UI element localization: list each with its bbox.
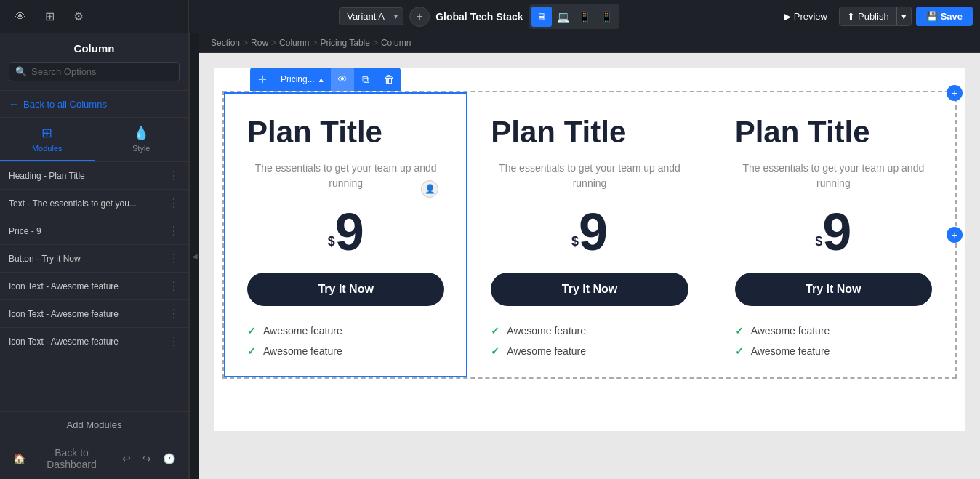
cta-button-1[interactable]: Try It Now bbox=[247, 273, 444, 306]
module-dots-icon[interactable]: ⋮ bbox=[168, 224, 180, 238]
breadcrumb-section[interactable]: Section bbox=[211, 38, 240, 48]
price-amount: 9 bbox=[579, 203, 608, 261]
module-dots-icon[interactable]: ⋮ bbox=[168, 307, 180, 321]
top-bar-right: ▶ Preview ⬆ Publish ▾ 💾 Save bbox=[769, 7, 980, 26]
sidebar: Column 🔍 ← Back to all Columns ⊞ Modules… bbox=[0, 33, 189, 479]
back-to-columns-link[interactable]: ← Back to all Columns bbox=[0, 91, 188, 118]
breadcrumb-column-last[interactable]: Column bbox=[381, 38, 411, 48]
variant-wrapper: Variant A bbox=[339, 7, 403, 25]
tab-modules[interactable]: ⊞ Modules bbox=[0, 118, 95, 161]
search-input[interactable] bbox=[31, 66, 173, 77]
module-dots-icon[interactable]: ⋮ bbox=[168, 334, 180, 348]
feature-item-3-1: ✓ Awesome feature bbox=[735, 321, 932, 341]
laptop-icon[interactable]: 💻 bbox=[553, 7, 574, 27]
breadcrumb-column[interactable]: Column bbox=[279, 38, 309, 48]
canvas: Section > Row > Column > Pricing Table >… bbox=[199, 33, 980, 479]
feature-item-2-2: ✓ Awesome feature bbox=[491, 341, 688, 361]
collapse-handle[interactable]: ◀ bbox=[189, 33, 199, 479]
eye-icon[interactable]: 👁 bbox=[7, 4, 33, 30]
module-item-text[interactable]: Text - The essentials to get you... ⋮ bbox=[0, 190, 188, 217]
check-icon: ✓ bbox=[491, 325, 499, 337]
add-modules-button[interactable]: Add Modules bbox=[0, 411, 188, 438]
plan-title-1: Plan Title bbox=[247, 116, 444, 149]
toolbar-label: Pricing... ▲ bbox=[275, 74, 331, 84]
back-arrow-icon: ← bbox=[9, 98, 19, 110]
main-content: Column 🔍 ← Back to all Columns ⊞ Modules… bbox=[0, 33, 980, 479]
breadcrumb-pricing-table[interactable]: Pricing Table bbox=[320, 38, 369, 48]
module-dots-icon[interactable]: ⋮ bbox=[168, 279, 180, 293]
modules-tab-icon: ⊞ bbox=[41, 125, 52, 141]
grid-icon[interactable]: ⊞ bbox=[36, 4, 63, 30]
save-button[interactable]: 💾 Save bbox=[916, 7, 973, 26]
undo-redo-group: ↩ ↪ 🕐 bbox=[118, 450, 180, 467]
tablet-icon[interactable]: 📱 bbox=[575, 7, 595, 27]
module-dots-icon[interactable]: ⋮ bbox=[168, 196, 180, 210]
module-item-heading[interactable]: Heading - Plan Title ⋮ bbox=[0, 162, 188, 190]
check-icon: ✓ bbox=[735, 325, 744, 337]
price-amount: 9 bbox=[822, 203, 851, 261]
module-dots-icon[interactable]: ⋮ bbox=[168, 169, 180, 182]
plan-desc-1: The essentials to get your team up andd … bbox=[247, 161, 444, 191]
redo-button[interactable]: ↪ bbox=[138, 450, 156, 467]
plan-desc-2: The essentials to get your team up andd … bbox=[491, 161, 688, 191]
module-item-icon-text-2[interactable]: Icon Text - Awesome feature ⋮ bbox=[0, 300, 188, 328]
check-icon: ✓ bbox=[247, 345, 256, 357]
toolbar-trash-button[interactable]: 🗑 bbox=[377, 68, 401, 91]
pricing-column-3[interactable]: Plan Title The essentials to get your te… bbox=[712, 92, 955, 377]
top-bar: 👁 ⊞ ⚙ Variant A + Global Tech Stack 🖥 💻 … bbox=[0, 0, 980, 33]
breadcrumb-row[interactable]: Row bbox=[251, 38, 268, 48]
save-icon: 💾 bbox=[926, 11, 938, 22]
sidebar-header: Column 🔍 bbox=[0, 33, 188, 91]
sidebar-title: Column bbox=[9, 42, 180, 55]
module-list: Heading - Plan Title ⋮ Text - The essent… bbox=[0, 162, 188, 411]
toolbar-move-handle[interactable]: ✛ bbox=[250, 68, 275, 91]
price-amount: 9 bbox=[335, 203, 364, 261]
preview-button[interactable]: ▶ Preview bbox=[776, 7, 835, 25]
feature-item-1-2: ✓ Awesome feature bbox=[247, 341, 444, 361]
module-item-button[interactable]: Button - Try it Now ⋮ bbox=[0, 245, 188, 273]
check-icon: ✓ bbox=[735, 345, 744, 357]
plan-title-3: Plan Title bbox=[735, 116, 932, 149]
publish-group: ⬆ Publish ▾ bbox=[839, 7, 912, 26]
home-icon: 🏠 bbox=[13, 453, 25, 464]
toolbar-copy-button[interactable]: ⧉ bbox=[354, 68, 377, 91]
feature-list-2: ✓ Awesome feature ✓ Awesome feature bbox=[491, 321, 688, 361]
toolbar-caret-icon: ▲ bbox=[318, 76, 325, 84]
plan-price-2: $9 bbox=[491, 206, 688, 258]
price-dollar: $ bbox=[328, 234, 335, 249]
top-bar-left: 👁 ⊞ ⚙ bbox=[0, 0, 189, 33]
back-to-dashboard-button[interactable]: 🏠 Back to Dashboard bbox=[9, 444, 118, 473]
publish-button[interactable]: ⬆ Publish bbox=[840, 7, 896, 25]
corner-add-button[interactable]: + bbox=[947, 85, 963, 101]
publish-icon: ⬆ bbox=[847, 11, 855, 22]
module-dots-icon[interactable]: ⋮ bbox=[168, 251, 180, 265]
tab-style[interactable]: 💧 Style bbox=[95, 118, 189, 161]
variant-select[interactable]: Variant A bbox=[339, 7, 403, 25]
top-bar-center: Variant A + Global Tech Stack 🖥 💻 📱 📱 bbox=[189, 4, 769, 29]
publish-dropdown-button[interactable]: ▾ bbox=[896, 7, 911, 25]
feature-item-2-1: ✓ Awesome feature bbox=[491, 321, 688, 341]
pricing-column-1[interactable]: Plan Title The essentials to get your te… bbox=[224, 92, 467, 377]
settings-icon[interactable]: ⚙ bbox=[65, 4, 92, 30]
module-item-icon-text-1[interactable]: Icon Text - Awesome feature ⋮ bbox=[0, 273, 188, 300]
canvas-content: 👤 ✛ Pricing... ▲ 👁 ⧉ 🗑 + bbox=[199, 53, 980, 479]
module-item-icon-text-3[interactable]: Icon Text - Awesome feature ⋮ bbox=[0, 328, 188, 355]
pricing-column-2[interactable]: Plan Title The essentials to get your te… bbox=[467, 92, 711, 377]
feature-item-1-1: ✓ Awesome feature bbox=[247, 321, 444, 341]
toolbar-eye-button[interactable]: 👁 bbox=[331, 68, 354, 91]
cta-button-3[interactable]: Try It Now bbox=[735, 273, 932, 306]
undo-button[interactable]: ↩ bbox=[118, 450, 135, 467]
side-add-button[interactable]: + bbox=[947, 227, 963, 243]
module-item-price[interactable]: Price - 9 ⋮ bbox=[0, 217, 188, 245]
price-dollar: $ bbox=[815, 234, 822, 249]
plan-title-2: Plan Title bbox=[491, 116, 688, 149]
floating-toolbar: ✛ Pricing... ▲ 👁 ⧉ 🗑 bbox=[250, 68, 401, 91]
person-icon[interactable]: 👤 bbox=[421, 180, 438, 198]
desktop-icon[interactable]: 🖥 bbox=[531, 7, 552, 27]
sidebar-footer: 🏠 Back to Dashboard ↩ ↪ 🕐 bbox=[0, 438, 188, 479]
history-button[interactable]: 🕐 bbox=[158, 450, 180, 467]
add-variant-button[interactable]: + bbox=[409, 7, 430, 27]
feature-item-3-2: ✓ Awesome feature bbox=[735, 341, 932, 361]
mobile-icon[interactable]: 📱 bbox=[597, 7, 617, 27]
cta-button-2[interactable]: Try It Now bbox=[491, 273, 688, 306]
